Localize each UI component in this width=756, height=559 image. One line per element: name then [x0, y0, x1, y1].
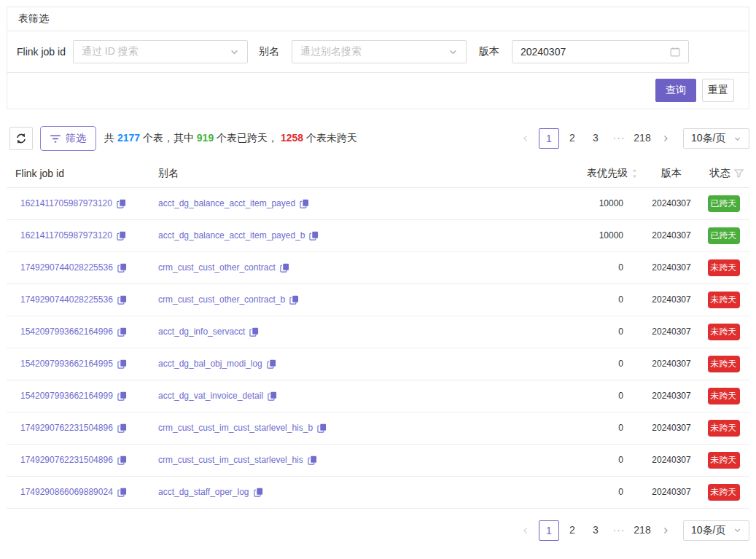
summary-crossed: 919: [197, 132, 214, 144]
alias-link[interactable]: crm_cust_cust_im_cust_starlevel_his_b: [158, 423, 313, 433]
copy-icon[interactable]: [267, 359, 276, 369]
alias-link[interactable]: acct_dg_staff_oper_log: [158, 487, 249, 497]
table-header-row: Flink job id 别名 表优先级 版本: [7, 160, 749, 187]
copy-icon[interactable]: [268, 391, 277, 401]
table-row: 1749290762231504896 crm_cust_cust_im_cus…: [7, 444, 749, 476]
summary-mid1: 个表，其中: [140, 132, 197, 144]
job-id-link[interactable]: 1621411705987973120: [20, 230, 112, 241]
column-header-priority[interactable]: 表优先级: [521, 160, 639, 187]
version-label: 版本: [479, 45, 499, 58]
copy-icon[interactable]: [254, 488, 263, 497]
copy-icon[interactable]: [117, 456, 127, 465]
job-id-link[interactable]: 1542097993662164996: [20, 327, 113, 337]
status-badge: 未跨天: [708, 324, 740, 340]
table-row: 1749290744028225536 crm_cust_cust_other_…: [7, 251, 749, 284]
query-button[interactable]: 查询: [655, 79, 696, 102]
status-header-label: 状态: [710, 167, 730, 180]
page-button-3[interactable]: 3: [585, 128, 606, 149]
copy-icon[interactable]: [309, 231, 319, 241]
priority-cell: 0: [521, 316, 639, 348]
page-button-last[interactable]: 218: [632, 128, 652, 149]
priority-cell: 0: [521, 284, 639, 316]
alias-link[interactable]: acct_dg_balance_acct_item_payed: [158, 198, 295, 208]
alias-link[interactable]: acct_dg_bal_obj_modi_log: [158, 359, 262, 369]
version-date-input[interactable]: 20240307: [512, 40, 689, 63]
copy-icon[interactable]: [117, 199, 126, 208]
page-button-1[interactable]: 1: [539, 128, 559, 149]
priority-cell: 10000: [521, 187, 639, 219]
page-size-select[interactable]: 10条/页: [683, 128, 749, 149]
page-button-1[interactable]: 1: [539, 520, 559, 541]
calendar-icon: [670, 47, 680, 57]
job-id-label: Flink job id: [17, 46, 66, 58]
alias-link[interactable]: acct_dg_info_servacct: [158, 327, 245, 337]
page-button-last[interactable]: 218: [632, 520, 652, 541]
summary-mid2: 个表已跨天，: [214, 132, 281, 144]
job-id-link[interactable]: 1749290866069889024: [20, 487, 113, 497]
alias-label: 别名: [259, 45, 279, 58]
copy-icon[interactable]: [249, 327, 259, 337]
copy-icon[interactable]: [308, 456, 317, 465]
status-badge: 已跨天: [708, 227, 740, 244]
next-page-button[interactable]: [655, 128, 676, 149]
copy-icon[interactable]: [117, 359, 127, 369]
copy-icon[interactable]: [117, 327, 127, 337]
sort-icon[interactable]: [631, 168, 638, 179]
priority-cell: 0: [521, 412, 639, 444]
job-id-link[interactable]: 1542097993662164995: [20, 359, 113, 369]
filter-actions: 查询 重置: [7, 73, 749, 109]
page-button-2[interactable]: 2: [562, 520, 582, 541]
table-row: 1542097993662164996 acct_dg_info_servacc…: [7, 316, 749, 348]
priority-cell: 0: [521, 251, 639, 284]
job-id-link[interactable]: 1749290744028225536: [20, 294, 113, 305]
summary-prefix: 共: [104, 132, 117, 144]
page-size-select[interactable]: 10条/页: [683, 520, 749, 541]
copy-icon[interactable]: [300, 199, 309, 208]
copy-icon[interactable]: [117, 488, 127, 497]
alias-select[interactable]: 通过别名搜索: [292, 40, 467, 63]
job-id-link[interactable]: 1621411705987973120: [20, 198, 112, 208]
job-id-link[interactable]: 1749290744028225536: [20, 262, 113, 273]
next-page-button[interactable]: [655, 520, 676, 541]
sync-icon: [15, 133, 27, 144]
alias-link[interactable]: acct_dg_balance_acct_item_payed_b: [158, 230, 305, 241]
job-id-placeholder: 通过 ID 搜索: [82, 45, 230, 58]
copy-icon[interactable]: [117, 391, 127, 401]
page-ellipsis[interactable]: ···: [609, 128, 629, 149]
reset-button[interactable]: 重置: [702, 79, 734, 102]
prev-page-button[interactable]: [515, 520, 536, 541]
job-id-link[interactable]: 1749290762231504896: [20, 455, 113, 465]
alias-link[interactable]: crm_cust_cust_other_contract_b: [158, 294, 285, 305]
copy-icon[interactable]: [317, 423, 327, 433]
version-date-value: 20240307: [521, 46, 670, 58]
copy-icon[interactable]: [117, 295, 127, 305]
filter-button[interactable]: 筛选: [40, 126, 96, 151]
filter-funnel-icon[interactable]: [734, 169, 744, 178]
summary-not-crossed: 1258: [281, 132, 303, 144]
status-badge: 未跨天: [708, 452, 740, 469]
version-cell: 20240307: [639, 316, 704, 348]
copy-icon[interactable]: [289, 295, 299, 305]
priority-cell: 10000: [521, 219, 639, 251]
copy-icon[interactable]: [280, 263, 289, 273]
page-button-2[interactable]: 2: [562, 128, 582, 149]
alias-link[interactable]: acct_dg_vat_invoice_detail: [158, 391, 263, 401]
page-size-value: 10条/页: [691, 132, 725, 145]
copy-icon[interactable]: [117, 263, 127, 273]
copy-icon[interactable]: [117, 423, 127, 433]
page-button-3[interactable]: 3: [585, 520, 606, 541]
filter-lines-icon: [50, 135, 61, 143]
copy-icon[interactable]: [117, 231, 126, 241]
refresh-button[interactable]: [9, 127, 33, 150]
column-header-alias: 别名: [149, 160, 521, 187]
job-id-select[interactable]: 通过 ID 搜索: [73, 40, 248, 63]
prev-page-button[interactable]: [515, 128, 536, 149]
table-row: 1749290762231504896 crm_cust_cust_im_cus…: [7, 412, 749, 444]
job-id-link[interactable]: 1542097993662164999: [20, 391, 113, 401]
alias-link[interactable]: crm_cust_cust_other_contract: [158, 262, 276, 273]
alias-link[interactable]: crm_cust_cust_im_cust_starlevel_his: [158, 455, 303, 465]
page-ellipsis[interactable]: ···: [609, 520, 629, 541]
version-cell: 20240307: [639, 187, 704, 219]
job-id-link[interactable]: 1749290762231504896: [20, 423, 113, 433]
page-size-value: 10条/页: [691, 524, 725, 537]
